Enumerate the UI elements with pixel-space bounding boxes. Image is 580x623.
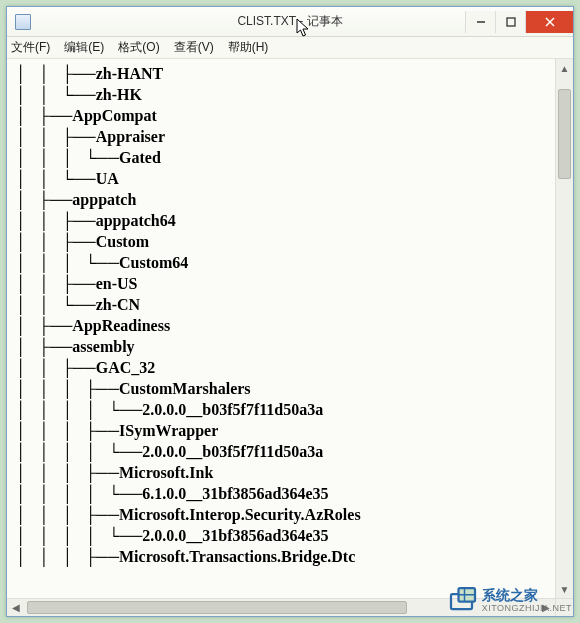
menu-bar: 文件(F) 编辑(E) 格式(O) 查看(V) 帮助(H) — [7, 37, 573, 59]
menu-view[interactable]: 查看(V) — [174, 39, 214, 56]
title-bar[interactable]: CLIST.TXT - 记事本 — [7, 7, 573, 37]
minimize-button[interactable] — [465, 11, 495, 33]
scroll-right-arrow-icon[interactable]: ▶ — [537, 599, 555, 616]
minimize-icon — [476, 17, 486, 27]
vertical-scroll-thumb[interactable] — [558, 89, 571, 179]
scroll-down-arrow-icon[interactable]: ▼ — [556, 580, 573, 598]
scrollbar-corner — [555, 598, 573, 616]
content-area: │ │ ├──zh-HANT │ │ └──zh-HK │ ├──AppComp… — [7, 59, 573, 616]
menu-help[interactable]: 帮助(H) — [228, 39, 269, 56]
maximize-button[interactable] — [495, 11, 525, 33]
menu-format[interactable]: 格式(O) — [118, 39, 159, 56]
window-buttons — [465, 11, 573, 33]
horizontal-scroll-thumb[interactable] — [27, 601, 407, 614]
menu-edit[interactable]: 编辑(E) — [64, 39, 104, 56]
menu-file[interactable]: 文件(F) — [11, 39, 50, 56]
close-button[interactable] — [525, 11, 573, 33]
scroll-up-arrow-icon[interactable]: ▲ — [556, 59, 573, 77]
window-title: CLIST.TXT - 记事本 — [237, 13, 342, 30]
vertical-scrollbar[interactable]: ▲ ▼ — [555, 59, 573, 598]
maximize-icon — [506, 17, 516, 27]
svg-rect-1 — [507, 18, 515, 26]
close-icon — [545, 17, 555, 27]
text-editor[interactable]: │ │ ├──zh-HANT │ │ └──zh-HK │ ├──AppComp… — [7, 59, 555, 598]
notepad-window: CLIST.TXT - 记事本 文件(F) 编辑(E) 格式(O) 查看(V) … — [6, 6, 574, 617]
horizontal-scrollbar[interactable]: ◀ ▶ — [7, 598, 555, 616]
app-icon — [15, 14, 31, 30]
scroll-left-arrow-icon[interactable]: ◀ — [7, 599, 25, 616]
